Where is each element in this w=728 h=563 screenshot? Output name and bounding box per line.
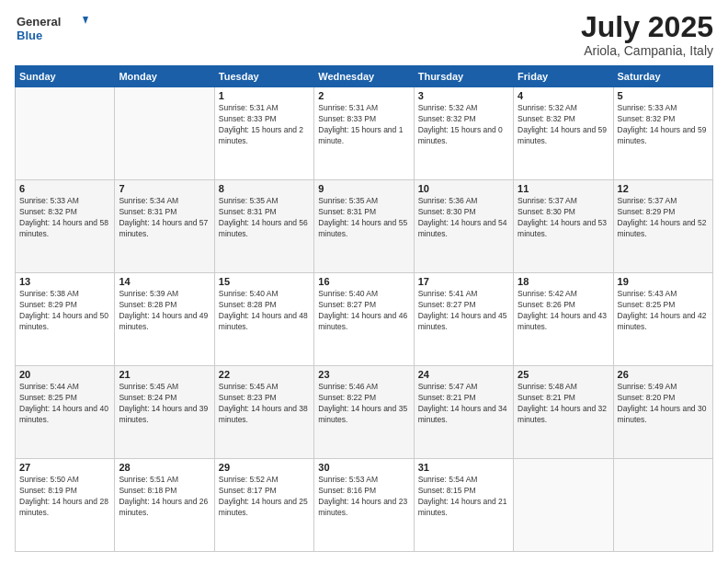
- day-number: 24: [418, 369, 509, 380]
- calendar-cell: [16, 87, 115, 180]
- day-info: Sunrise: 5:38 AMSunset: 8:29 PMDaylight:…: [19, 289, 110, 333]
- day-number: 29: [219, 462, 310, 473]
- calendar-cell: 15Sunrise: 5:40 AMSunset: 8:28 PMDayligh…: [214, 273, 313, 366]
- day-info: Sunrise: 5:36 AMSunset: 8:30 PMDaylight:…: [418, 196, 509, 240]
- day-number: 26: [618, 369, 709, 380]
- col-thursday: Thursday: [414, 66, 513, 87]
- day-info: Sunrise: 5:45 AMSunset: 8:24 PMDaylight:…: [119, 382, 210, 426]
- day-info: Sunrise: 5:47 AMSunset: 8:21 PMDaylight:…: [418, 382, 509, 426]
- calendar-week-3: 13Sunrise: 5:38 AMSunset: 8:29 PMDayligh…: [16, 273, 713, 366]
- calendar-cell: 9Sunrise: 5:35 AMSunset: 8:31 PMDaylight…: [314, 180, 414, 273]
- day-info: Sunrise: 5:35 AMSunset: 8:31 PMDaylight:…: [219, 196, 310, 240]
- day-number: 15: [219, 276, 310, 287]
- day-number: 2: [318, 90, 409, 101]
- day-info: Sunrise: 5:39 AMSunset: 8:28 PMDaylight:…: [119, 289, 210, 333]
- day-info: Sunrise: 5:37 AMSunset: 8:30 PMDaylight:…: [518, 196, 609, 240]
- day-number: 27: [19, 462, 110, 473]
- day-info: Sunrise: 5:44 AMSunset: 8:25 PMDaylight:…: [19, 382, 110, 426]
- calendar-cell: 14Sunrise: 5:39 AMSunset: 8:28 PMDayligh…: [115, 273, 214, 366]
- day-number: 20: [19, 369, 110, 380]
- col-tuesday: Tuesday: [214, 66, 313, 87]
- calendar-cell: 13Sunrise: 5:38 AMSunset: 8:29 PMDayligh…: [16, 273, 115, 366]
- calendar-week-2: 6Sunrise: 5:33 AMSunset: 8:32 PMDaylight…: [16, 180, 713, 273]
- day-number: 23: [318, 369, 409, 380]
- day-number: 9: [318, 183, 409, 194]
- calendar-header-row: Sunday Monday Tuesday Wednesday Thursday…: [16, 66, 713, 87]
- day-info: Sunrise: 5:40 AMSunset: 8:27 PMDaylight:…: [318, 289, 409, 333]
- col-sunday: Sunday: [16, 66, 115, 87]
- calendar-cell: 10Sunrise: 5:36 AMSunset: 8:30 PMDayligh…: [414, 180, 513, 273]
- day-info: Sunrise: 5:34 AMSunset: 8:31 PMDaylight:…: [119, 196, 210, 240]
- title-block: July 2025 Ariola, Campania, Italy: [581, 11, 713, 58]
- calendar-cell: 4Sunrise: 5:32 AMSunset: 8:32 PMDaylight…: [514, 87, 613, 180]
- calendar-cell: 20Sunrise: 5:44 AMSunset: 8:25 PMDayligh…: [16, 366, 115, 459]
- day-info: Sunrise: 5:53 AMSunset: 8:16 PMDaylight:…: [318, 475, 409, 519]
- day-number: 25: [518, 369, 609, 380]
- day-info: Sunrise: 5:45 AMSunset: 8:23 PMDaylight:…: [219, 382, 310, 426]
- day-number: 4: [518, 90, 609, 101]
- calendar-cell: [613, 459, 712, 552]
- svg-text:Blue: Blue: [17, 29, 42, 42]
- day-info: Sunrise: 5:50 AMSunset: 8:19 PMDaylight:…: [19, 475, 110, 519]
- page: General Blue July 2025 Ariola, Campania,…: [0, 0, 728, 563]
- col-saturday: Saturday: [613, 66, 712, 87]
- day-info: Sunrise: 5:35 AMSunset: 8:31 PMDaylight:…: [318, 196, 409, 240]
- svg-marker-2: [83, 17, 88, 24]
- col-monday: Monday: [115, 66, 214, 87]
- day-info: Sunrise: 5:32 AMSunset: 8:32 PMDaylight:…: [418, 103, 509, 147]
- day-number: 12: [618, 183, 709, 194]
- calendar-cell: 22Sunrise: 5:45 AMSunset: 8:23 PMDayligh…: [214, 366, 313, 459]
- day-number: 11: [518, 183, 609, 194]
- header: General Blue July 2025 Ariola, Campania,…: [15, 11, 713, 58]
- day-number: 10: [418, 183, 509, 194]
- calendar-cell: 27Sunrise: 5:50 AMSunset: 8:19 PMDayligh…: [16, 459, 115, 552]
- day-number: 17: [418, 276, 509, 287]
- calendar-cell: 29Sunrise: 5:52 AMSunset: 8:17 PMDayligh…: [214, 459, 313, 552]
- day-info: Sunrise: 5:42 AMSunset: 8:26 PMDaylight:…: [518, 289, 609, 333]
- calendar-cell: 30Sunrise: 5:53 AMSunset: 8:16 PMDayligh…: [314, 459, 414, 552]
- logo: General Blue: [15, 11, 88, 44]
- calendar-cell: 19Sunrise: 5:43 AMSunset: 8:25 PMDayligh…: [613, 273, 712, 366]
- day-number: 8: [219, 183, 310, 194]
- calendar-cell: 28Sunrise: 5:51 AMSunset: 8:18 PMDayligh…: [115, 459, 214, 552]
- calendar-cell: 25Sunrise: 5:48 AMSunset: 8:21 PMDayligh…: [514, 366, 613, 459]
- calendar-week-5: 27Sunrise: 5:50 AMSunset: 8:19 PMDayligh…: [16, 459, 713, 552]
- calendar-cell: 26Sunrise: 5:49 AMSunset: 8:20 PMDayligh…: [613, 366, 712, 459]
- day-info: Sunrise: 5:37 AMSunset: 8:29 PMDaylight:…: [618, 196, 709, 240]
- col-friday: Friday: [514, 66, 613, 87]
- calendar-cell: 24Sunrise: 5:47 AMSunset: 8:21 PMDayligh…: [414, 366, 513, 459]
- calendar-week-4: 20Sunrise: 5:44 AMSunset: 8:25 PMDayligh…: [16, 366, 713, 459]
- day-info: Sunrise: 5:40 AMSunset: 8:28 PMDaylight:…: [219, 289, 310, 333]
- day-info: Sunrise: 5:52 AMSunset: 8:17 PMDaylight:…: [219, 475, 310, 519]
- day-number: 28: [119, 462, 210, 473]
- day-info: Sunrise: 5:31 AMSunset: 8:33 PMDaylight:…: [219, 103, 310, 147]
- calendar-cell: 11Sunrise: 5:37 AMSunset: 8:30 PMDayligh…: [514, 180, 613, 273]
- day-info: Sunrise: 5:31 AMSunset: 8:33 PMDaylight:…: [318, 103, 409, 147]
- day-info: Sunrise: 5:33 AMSunset: 8:32 PMDaylight:…: [618, 103, 709, 147]
- month-title: July 2025: [581, 11, 713, 43]
- location: Ariola, Campania, Italy: [581, 43, 713, 58]
- day-number: 3: [418, 90, 509, 101]
- calendar-cell: 12Sunrise: 5:37 AMSunset: 8:29 PMDayligh…: [613, 180, 712, 273]
- calendar-cell: [115, 87, 214, 180]
- day-info: Sunrise: 5:46 AMSunset: 8:22 PMDaylight:…: [318, 382, 409, 426]
- col-wednesday: Wednesday: [314, 66, 414, 87]
- svg-text:General: General: [17, 15, 61, 29]
- day-number: 19: [618, 276, 709, 287]
- day-info: Sunrise: 5:48 AMSunset: 8:21 PMDaylight:…: [518, 382, 609, 426]
- calendar-cell: 31Sunrise: 5:54 AMSunset: 8:15 PMDayligh…: [414, 459, 513, 552]
- day-number: 21: [119, 369, 210, 380]
- calendar-cell: 17Sunrise: 5:41 AMSunset: 8:27 PMDayligh…: [414, 273, 513, 366]
- calendar-cell: 6Sunrise: 5:33 AMSunset: 8:32 PMDaylight…: [16, 180, 115, 273]
- day-info: Sunrise: 5:33 AMSunset: 8:32 PMDaylight:…: [19, 196, 110, 240]
- day-number: 31: [418, 462, 509, 473]
- calendar-cell: 7Sunrise: 5:34 AMSunset: 8:31 PMDaylight…: [115, 180, 214, 273]
- calendar-cell: 21Sunrise: 5:45 AMSunset: 8:24 PMDayligh…: [115, 366, 214, 459]
- calendar-cell: 2Sunrise: 5:31 AMSunset: 8:33 PMDaylight…: [314, 87, 414, 180]
- day-info: Sunrise: 5:32 AMSunset: 8:32 PMDaylight:…: [518, 103, 609, 147]
- day-number: 18: [518, 276, 609, 287]
- day-info: Sunrise: 5:41 AMSunset: 8:27 PMDaylight:…: [418, 289, 509, 333]
- day-number: 14: [119, 276, 210, 287]
- day-number: 13: [19, 276, 110, 287]
- logo-svg: General Blue: [15, 11, 88, 44]
